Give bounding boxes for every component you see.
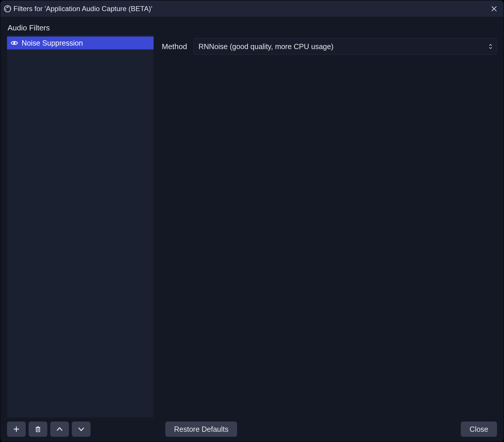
filter-list[interactable]: Noise Suppression (7, 35, 154, 417)
filter-item-noise-suppression[interactable]: Noise Suppression (7, 37, 154, 49)
obs-logo-icon (4, 5, 12, 13)
remove-filter-button[interactable] (29, 422, 47, 437)
bottom-bar: Restore Defaults Close (7, 417, 497, 437)
method-label: Method (162, 42, 187, 51)
select-updown-icon (489, 44, 493, 49)
method-row: Method RNNoise (good quality, more CPU u… (162, 38, 497, 55)
svg-point-3 (13, 42, 15, 44)
main-row: Noise Suppression Method RNNoise (good q… (7, 35, 497, 417)
window-title: Filters for 'Application Audio Capture (… (13, 5, 152, 13)
close-icon (491, 6, 497, 12)
method-select[interactable]: RNNoise (good quality, more CPU usage) (194, 38, 497, 55)
restore-defaults-label: Restore Defaults (174, 425, 228, 434)
method-select-value: RNNoise (good quality, more CPU usage) (199, 42, 333, 51)
audio-filters-label: Audio Filters (8, 23, 497, 32)
filter-item-label: Noise Suppression (22, 39, 83, 47)
titlebar: Filters for 'Application Audio Capture (… (1, 1, 503, 17)
plus-icon (13, 425, 20, 433)
dialog-content: Audio Filters Noise Suppression (1, 17, 503, 441)
filter-properties-panel: Method RNNoise (good quality, more CPU u… (162, 35, 497, 417)
chevron-down-icon (77, 425, 85, 433)
move-filter-down-button[interactable] (72, 422, 91, 437)
move-filter-up-button[interactable] (50, 422, 69, 437)
close-button-label: Close (470, 425, 488, 434)
trash-icon (34, 425, 42, 433)
close-button[interactable]: Close (461, 422, 497, 437)
add-filter-button[interactable] (7, 422, 26, 437)
svg-rect-6 (36, 428, 40, 432)
restore-defaults-button[interactable]: Restore Defaults (165, 422, 237, 437)
chevron-up-icon (56, 425, 63, 433)
visibility-toggle-icon[interactable] (11, 39, 18, 47)
filters-dialog: Filters for 'Application Audio Capture (… (0, 0, 504, 442)
window-close-button[interactable] (489, 4, 499, 14)
